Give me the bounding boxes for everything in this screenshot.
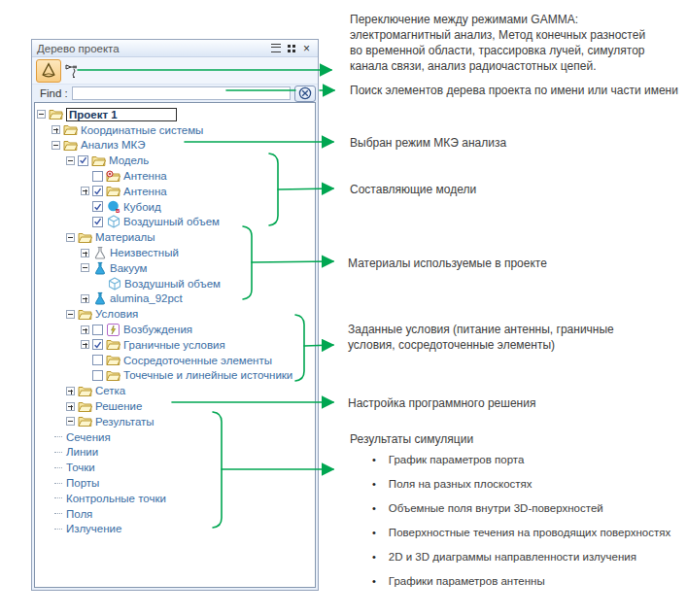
collapse-icon[interactable] — [66, 417, 75, 426]
tree-item[interactable]: Решение — [35, 398, 315, 414]
collapse-icon[interactable] — [66, 310, 75, 319]
expand-icon[interactable] — [52, 125, 60, 134]
tree-checkbox[interactable] — [92, 339, 103, 350]
tree-item[interactable]: Результаты — [35, 414, 315, 429]
tree-spacer — [81, 202, 89, 211]
materials-note: Материалы используемые в проекте — [348, 256, 547, 271]
expand-icon[interactable] — [66, 402, 75, 411]
tree-item-label: Излучение — [66, 523, 121, 534]
wirebox-wrap — [106, 215, 120, 228]
excitation-lightning-icon — [107, 324, 120, 336]
collapse-icon[interactable] — [66, 156, 75, 165]
tree-item[interactable]: Условия — [35, 306, 315, 322]
tree-checkbox[interactable] — [92, 325, 103, 335]
expand-icon[interactable] — [81, 249, 89, 257]
sphere-wrap: в — [106, 200, 120, 214]
tree-item[interactable]: Возбуждения — [35, 322, 315, 337]
tree-item[interactable]: Антенна — [35, 168, 315, 184]
tree-item[interactable]: Анализ МКЭ — [35, 138, 315, 154]
tree-item[interactable]: Модель — [35, 153, 315, 168]
panel-header: Дерево проекта × — [32, 40, 318, 57]
collapse-icon[interactable] — [81, 263, 89, 272]
tree-item[interactable]: Воздушный объем — [35, 215, 315, 230]
tree-item[interactable]: Координатные системы — [35, 122, 315, 138]
tree-item-label: Решение — [95, 400, 142, 412]
tree-checkbox[interactable] — [78, 155, 88, 166]
folder-wrap — [106, 354, 120, 367]
tree-item[interactable]: Материалы — [35, 229, 315, 245]
tree-checkbox[interactable] — [92, 186, 103, 196]
tree-item[interactable]: alumina_92pct — [35, 291, 315, 307]
tree-item[interactable]: Сетка — [35, 383, 315, 398]
close-icon[interactable]: × — [300, 43, 313, 53]
results-bullet: •Объемные поля внутри 3D-поверхностей — [372, 502, 670, 515]
tree-item-label: Проект 1 — [66, 108, 177, 121]
dock-icon[interactable] — [285, 43, 297, 53]
bullet-text: 2D и 3D диаграммы направленности излучен… — [389, 551, 636, 564]
expand-icon[interactable] — [81, 294, 89, 303]
tree-checkbox[interactable] — [92, 171, 103, 182]
folder-icon — [106, 369, 120, 382]
expand-icon[interactable] — [66, 387, 75, 395]
tree-item[interactable]: Линии — [35, 445, 315, 461]
tree-item[interactable]: Вакуум — [35, 260, 315, 276]
circuit-icon — [65, 62, 81, 80]
tree-item-label: Сосредоточенные элементы — [123, 355, 272, 366]
collapse-icon[interactable] — [37, 110, 46, 119]
tree-item[interactable]: Поля — [35, 506, 315, 522]
mode-toolbar — [32, 57, 318, 85]
panel-title: Дерево проекта — [37, 43, 266, 54]
tree-item-label: Координатные системы — [81, 124, 203, 136]
circuit-mode-button[interactable] — [64, 61, 82, 81]
tree-item-label: Результаты — [95, 416, 155, 428]
tree-item[interactable]: Проект 1 — [35, 107, 315, 122]
tree-item[interactable]: Точки — [35, 460, 315, 475]
check-icon — [79, 155, 87, 165]
tree-item[interactable]: Сечения — [35, 429, 315, 445]
tree-item[interactable]: Контрольные точки — [35, 491, 315, 506]
bullet-dot: • — [372, 454, 376, 466]
bullet-dot: • — [372, 478, 376, 491]
tree-spacer — [81, 218, 89, 226]
bullet-dot: • — [372, 502, 376, 515]
tree-item[interactable]: Сосредоточенные элементы — [35, 353, 315, 368]
folder-icon — [78, 385, 92, 397]
tree-item[interactable]: Граничные условия — [35, 337, 315, 353]
menu-icon[interactable] — [269, 43, 282, 53]
results-bullet: •Поля на разных плоскостях — [372, 478, 670, 491]
tree-item[interactable]: Излучение — [35, 522, 315, 537]
tree-item[interactable]: Неизвестный — [35, 245, 315, 260]
folder-icon — [91, 154, 106, 167]
collapse-icon[interactable] — [66, 233, 75, 242]
folder-wrap — [49, 108, 63, 121]
air-volume-box-icon — [107, 215, 120, 228]
folder-icon — [106, 354, 120, 366]
tree-item[interactable]: Воздушный объем — [35, 276, 315, 291]
check-icon — [93, 340, 102, 350]
air-volume-box-icon — [108, 277, 121, 291]
tree-item[interactable]: Точечные и линейные источники — [35, 368, 315, 384]
expand-icon[interactable] — [81, 325, 89, 334]
tree-item[interactable]: Порты — [35, 475, 315, 491]
tree-checkbox[interactable] — [92, 217, 103, 227]
check-icon — [93, 202, 102, 212]
folder-wrap — [78, 230, 92, 244]
expand-icon[interactable] — [81, 340, 89, 349]
folder-wrap — [106, 368, 120, 382]
cone-icon — [40, 62, 57, 80]
tree-item[interactable]: Антенна — [35, 184, 315, 199]
find-input[interactable] — [72, 86, 291, 100]
expand-icon[interactable] — [81, 187, 89, 195]
tree-checkbox[interactable] — [92, 355, 103, 365]
collapse-icon[interactable] — [52, 141, 60, 150]
tree-connector — [54, 483, 62, 484]
tree-checkbox[interactable] — [92, 201, 103, 212]
find-button[interactable] — [294, 86, 316, 102]
tree-item[interactable]: вКубоид — [35, 199, 315, 215]
flask-blue-wrap — [92, 291, 107, 305]
bullet-text: Объемные поля внутри 3D-поверхностей — [389, 502, 603, 515]
folder-icon — [78, 308, 92, 321]
tree-item-label: Граничные условия — [123, 339, 225, 351]
fem-mode-button[interactable] — [36, 59, 61, 83]
tree-checkbox[interactable] — [92, 370, 103, 381]
